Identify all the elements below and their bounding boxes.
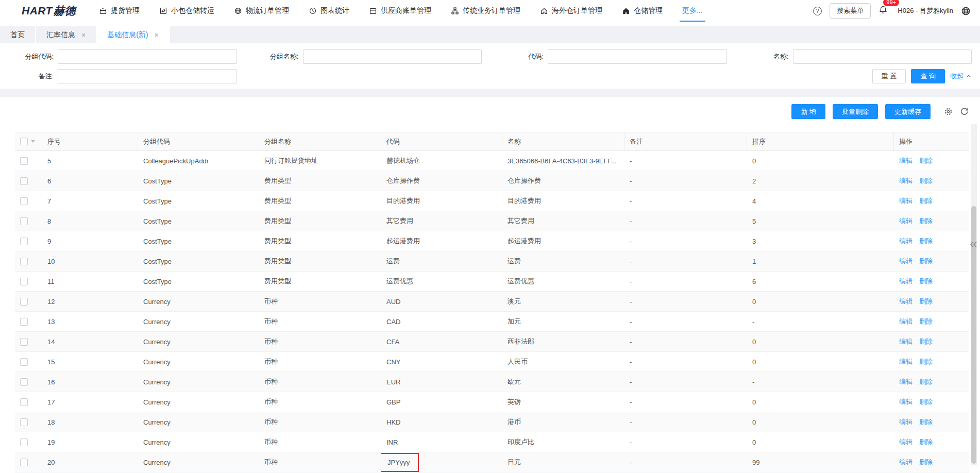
tab-basic-info-new[interactable]: 基础信息(新) bbox=[97, 26, 170, 43]
filter-group-name-input[interactable] bbox=[303, 49, 482, 64]
search-menu-button[interactable]: 搜索菜单 bbox=[830, 3, 871, 19]
nav-item-6[interactable]: 海外仓订单管理 bbox=[530, 0, 612, 22]
nav-item-7[interactable]: 仓储管理 bbox=[612, 0, 672, 22]
notification-badge: 99+ bbox=[883, 0, 899, 6]
row-checkbox[interactable] bbox=[20, 338, 28, 346]
edit-link[interactable]: 编辑 bbox=[899, 377, 913, 386]
edit-link[interactable]: 编辑 bbox=[899, 337, 913, 346]
group-name-cell: 同行订舱提货地址 bbox=[259, 151, 381, 171]
delete-link[interactable]: 删除 bbox=[919, 277, 933, 286]
help-icon[interactable] bbox=[813, 7, 822, 15]
group-code-cell: CostType bbox=[138, 191, 259, 211]
tab-home[interactable]: 首页 bbox=[0, 26, 36, 43]
delete-link[interactable]: 删除 bbox=[919, 437, 933, 447]
edit-link[interactable]: 编辑 bbox=[899, 317, 913, 326]
refresh-button[interactable] bbox=[960, 107, 969, 116]
delete-link[interactable]: 删除 bbox=[919, 216, 933, 226]
nav-item-2[interactable]: 物流订单管理 bbox=[224, 0, 299, 22]
row-checkbox[interactable] bbox=[20, 438, 28, 446]
vertical-scrollbar-track[interactable] bbox=[971, 124, 977, 465]
edit-link[interactable]: 编辑 bbox=[899, 216, 913, 226]
overseas-warehouse-icon bbox=[540, 7, 548, 15]
settings-button[interactable] bbox=[944, 107, 953, 116]
actions-cell: 编辑 删除 bbox=[894, 312, 969, 331]
edit-link[interactable]: 编辑 bbox=[899, 417, 913, 427]
chevron-down-icon[interactable] bbox=[31, 140, 35, 143]
delete-link[interactable]: 删除 bbox=[919, 156, 933, 165]
row-checkbox[interactable] bbox=[20, 177, 28, 185]
nav-item-0[interactable]: 提货管理 bbox=[89, 0, 149, 22]
delete-link[interactable]: 删除 bbox=[919, 417, 933, 427]
row-checkbox[interactable] bbox=[20, 238, 28, 245]
delete-link[interactable]: 删除 bbox=[919, 337, 933, 346]
delete-link[interactable]: 删除 bbox=[919, 317, 933, 326]
edit-link[interactable]: 编辑 bbox=[899, 458, 913, 467]
globe-icon[interactable] bbox=[961, 6, 971, 16]
notifications-bell[interactable]: 99+ bbox=[878, 5, 888, 16]
delete-link[interactable]: 删除 bbox=[919, 297, 933, 306]
panel-collapse-handle[interactable]: « bbox=[970, 237, 977, 251]
collapse-filter-link[interactable]: 收起 bbox=[950, 72, 972, 81]
nav-item-1[interactable]: 小包仓储转运 bbox=[149, 0, 224, 22]
row-checkbox[interactable] bbox=[20, 358, 28, 366]
row-checkbox[interactable] bbox=[20, 157, 28, 165]
filter-panel: 分组代码: 分组名称: 代码: 名称: 备注: 重 置 查 询 收起 bbox=[0, 43, 980, 89]
edit-link[interactable]: 编辑 bbox=[899, 277, 913, 286]
row-checkbox[interactable] bbox=[20, 378, 28, 386]
row-select-cell bbox=[15, 211, 42, 231]
delete-link[interactable]: 删除 bbox=[919, 196, 933, 206]
edit-link[interactable]: 编辑 bbox=[899, 357, 913, 366]
add-button[interactable]: 新 增 bbox=[791, 104, 825, 119]
edit-link[interactable]: 编辑 bbox=[899, 176, 913, 185]
filter-remark-input[interactable] bbox=[58, 69, 237, 83]
nav-item-8[interactable]: 更多... bbox=[672, 0, 713, 22]
search-button[interactable]: 查 询 bbox=[911, 69, 945, 83]
row-checkbox[interactable] bbox=[20, 459, 28, 466]
code-cell: 运费优惠 bbox=[381, 272, 502, 291]
group-name-cell: 费用类型 bbox=[259, 251, 381, 271]
tab-exchange-rate[interactable]: 汇率信息 bbox=[36, 26, 97, 43]
row-checkbox[interactable] bbox=[20, 197, 28, 205]
filter-name-input[interactable] bbox=[793, 49, 972, 64]
delete-link[interactable]: 删除 bbox=[919, 357, 933, 366]
row-checkbox[interactable] bbox=[20, 318, 28, 326]
edit-link[interactable]: 编辑 bbox=[899, 257, 913, 266]
filter-group-code-label: 分组代码: bbox=[0, 52, 58, 61]
edit-link[interactable]: 编辑 bbox=[899, 397, 913, 407]
row-checkbox[interactable] bbox=[20, 398, 28, 406]
close-icon[interactable] bbox=[155, 31, 159, 39]
delete-link[interactable]: 删除 bbox=[919, 397, 933, 407]
delete-link[interactable]: 删除 bbox=[919, 236, 933, 246]
col-seq: 序号 bbox=[42, 132, 138, 150]
row-checkbox[interactable] bbox=[20, 418, 28, 426]
name-cell: 运费 bbox=[502, 251, 624, 271]
logistics-orders-icon bbox=[234, 7, 242, 15]
row-checkbox[interactable] bbox=[20, 258, 28, 265]
actions-cell: 编辑 删除 bbox=[894, 292, 969, 311]
delete-link[interactable]: 删除 bbox=[919, 458, 933, 467]
refresh-cache-button[interactable]: 更新缓存 bbox=[885, 104, 931, 119]
close-icon[interactable] bbox=[81, 31, 86, 39]
edit-link[interactable]: 编辑 bbox=[899, 437, 913, 447]
edit-link[interactable]: 编辑 bbox=[899, 156, 913, 165]
edit-link[interactable]: 编辑 bbox=[899, 196, 913, 206]
row-checkbox[interactable] bbox=[20, 298, 28, 306]
nav-item-3[interactable]: 图表统计 bbox=[299, 0, 359, 22]
reset-button[interactable]: 重 置 bbox=[872, 69, 906, 83]
edit-link[interactable]: 编辑 bbox=[899, 236, 913, 246]
delete-link[interactable]: 删除 bbox=[919, 377, 933, 386]
code-cell: GBP bbox=[381, 392, 502, 412]
select-all-checkbox[interactable] bbox=[20, 138, 28, 145]
current-user[interactable]: H026 - 肖梦雅kylin bbox=[898, 6, 953, 15]
nav-item-5[interactable]: 传统业务订单管理 bbox=[441, 0, 530, 22]
row-checkbox[interactable] bbox=[20, 217, 28, 225]
delete-link[interactable]: 删除 bbox=[919, 257, 933, 266]
delete-link[interactable]: 删除 bbox=[919, 176, 933, 185]
edit-link[interactable]: 编辑 bbox=[899, 297, 913, 306]
filter-code-input[interactable] bbox=[548, 49, 727, 64]
row-checkbox[interactable] bbox=[20, 278, 28, 285]
batch-delete-button[interactable]: 批量删除 bbox=[833, 104, 878, 119]
brand-logo: HART赫德 bbox=[22, 4, 76, 18]
filter-group-code-input[interactable] bbox=[58, 49, 237, 64]
nav-item-4[interactable]: 供应商账单管理 bbox=[359, 0, 441, 22]
